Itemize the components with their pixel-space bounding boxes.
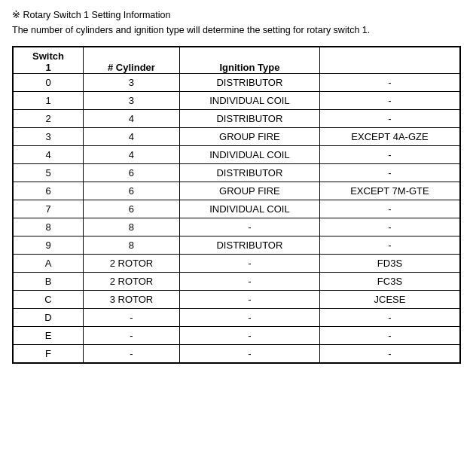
cell-notes: -	[319, 92, 459, 110]
cell-switch: 2	[14, 110, 84, 128]
cell-cylinder: 2 ROTOR	[84, 255, 180, 273]
cell-switch: D	[14, 309, 84, 327]
th-notes	[319, 47, 459, 74]
cell-cylinder: 6	[84, 164, 180, 182]
cell-switch: A	[14, 255, 84, 273]
table-row: 24DISTRIBUTOR-	[14, 110, 460, 128]
cell-notes: EXCEPT 4A-GZE	[319, 128, 459, 146]
th-switch: Switch 1	[14, 47, 84, 74]
cell-notes: -	[319, 146, 459, 164]
cell-notes: -	[319, 236, 459, 255]
cell-ignition: DISTRIBUTOR	[179, 110, 319, 128]
cell-switch: 8	[14, 218, 84, 236]
cell-notes: -	[319, 309, 459, 327]
cell-switch: C	[14, 291, 84, 309]
cell-cylinder: 8	[84, 236, 180, 255]
table-row: 66GROUP FIREEXCEPT 7M-GTE	[14, 182, 460, 200]
cell-ignition: -	[179, 273, 319, 291]
cell-ignition: -	[179, 218, 319, 236]
cell-switch: 9	[14, 236, 84, 255]
cell-ignition: -	[179, 327, 319, 345]
cell-ignition: -	[179, 255, 319, 273]
cell-switch: E	[14, 327, 84, 345]
cell-cylinder: 6	[84, 200, 180, 218]
cell-notes: FC3S	[319, 273, 459, 291]
table-row: C3 ROTOR-JCESE	[14, 291, 460, 309]
cell-switch: 0	[14, 74, 84, 92]
table-row: E---	[14, 327, 460, 345]
table-row: 76INDIVIDUAL COIL-	[14, 200, 460, 218]
table-row: 56DISTRIBUTOR-	[14, 164, 460, 182]
cell-ignition: INDIVIDUAL COIL	[179, 200, 319, 218]
cell-cylinder: -	[84, 327, 180, 345]
cell-cylinder: 4	[84, 146, 180, 164]
cell-cylinder: -	[84, 309, 180, 327]
cell-cylinder: 8	[84, 218, 180, 236]
table-row: A2 ROTOR-FD3S	[14, 255, 460, 273]
cell-notes: JCESE	[319, 291, 459, 309]
cell-cylinder: 6	[84, 182, 180, 200]
table-row: 98DISTRIBUTOR-	[14, 236, 460, 255]
header-row-top: Switch 1 # Cylinder Ignition Type	[14, 47, 460, 74]
cell-ignition: -	[179, 345, 319, 363]
cell-switch: 4	[14, 146, 84, 164]
cell-ignition: -	[179, 291, 319, 309]
cell-switch: 5	[14, 164, 84, 182]
cell-switch: 6	[14, 182, 84, 200]
cell-ignition: GROUP FIRE	[179, 128, 319, 146]
table-wrapper: Switch 1 # Cylinder Ignition Type 03DIST…	[12, 46, 461, 364]
cell-switch: B	[14, 273, 84, 291]
table-row: D---	[14, 309, 460, 327]
table-row: 44INDIVIDUAL COIL-	[14, 146, 460, 164]
table-row: 13INDIVIDUAL COIL-	[14, 92, 460, 110]
table-row: 03DISTRIBUTOR-	[14, 74, 460, 92]
cell-ignition: DISTRIBUTOR	[179, 164, 319, 182]
table-row: 88--	[14, 218, 460, 236]
table-row: B2 ROTOR-FC3S	[14, 273, 460, 291]
cell-notes: FD3S	[319, 255, 459, 273]
table-row: 34GROUP FIREEXCEPT 4A-GZE	[14, 128, 460, 146]
cell-notes: -	[319, 74, 459, 92]
cell-cylinder: 4	[84, 128, 180, 146]
cell-cylinder: 3	[84, 74, 180, 92]
main-table: Switch 1 # Cylinder Ignition Type 03DIST…	[13, 47, 460, 363]
cell-cylinder: 2 ROTOR	[84, 273, 180, 291]
cell-notes: -	[319, 164, 459, 182]
cell-switch: 3	[14, 128, 84, 146]
cell-notes: -	[319, 200, 459, 218]
description: The number of cylinders and ignition typ…	[12, 25, 461, 35]
cell-cylinder: -	[84, 345, 180, 363]
cell-notes: -	[319, 218, 459, 236]
cell-switch: 7	[14, 200, 84, 218]
cell-cylinder: 3 ROTOR	[84, 291, 180, 309]
cell-ignition: DISTRIBUTOR	[179, 74, 319, 92]
cell-switch: F	[14, 345, 84, 363]
cell-notes: -	[319, 327, 459, 345]
cell-cylinder: 3	[84, 92, 180, 110]
th-cylinder: # Cylinder	[84, 47, 180, 74]
cell-notes: -	[319, 110, 459, 128]
cell-ignition: GROUP FIRE	[179, 182, 319, 200]
table-row: F---	[14, 345, 460, 363]
cell-notes: EXCEPT 7M-GTE	[319, 182, 459, 200]
cell-ignition: -	[179, 309, 319, 327]
cell-ignition: INDIVIDUAL COIL	[179, 146, 319, 164]
th-ignition: Ignition Type	[179, 47, 319, 74]
cell-switch: 1	[14, 92, 84, 110]
table-body: 03DISTRIBUTOR-13INDIVIDUAL COIL-24DISTRI…	[14, 74, 460, 363]
cell-ignition: DISTRIBUTOR	[179, 236, 319, 255]
header-note: ※ Rotary Switch 1 Setting Information	[12, 9, 461, 20]
cell-cylinder: 4	[84, 110, 180, 128]
cell-notes: -	[319, 345, 459, 363]
cell-ignition: INDIVIDUAL COIL	[179, 92, 319, 110]
